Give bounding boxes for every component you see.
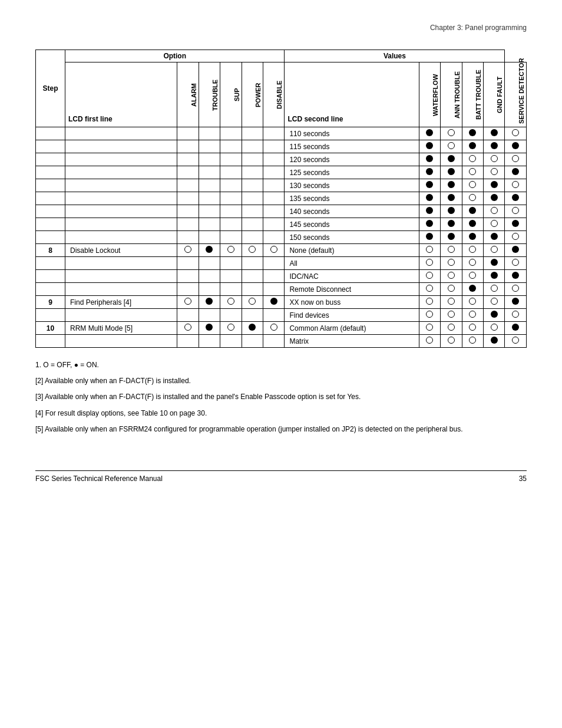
power-cell <box>242 179 263 192</box>
lcd-first-cell: RRM Multi Mode [5] <box>65 322 177 335</box>
disable-cell <box>263 257 284 270</box>
lcd-second-cell: Find devices <box>285 309 419 322</box>
sup-cell <box>220 166 242 179</box>
service-detector-cell <box>505 335 527 348</box>
circle-open <box>512 207 519 214</box>
step-cell <box>36 179 65 192</box>
table-row: 135 seconds <box>36 192 527 205</box>
circle-filled <box>448 207 455 214</box>
sup-cell <box>220 322 242 335</box>
circle-filled <box>426 233 433 240</box>
footnote: [3] Available only when an F-DACT(F) is … <box>35 391 527 403</box>
circle-filled <box>426 194 433 201</box>
ann-trouble-cell <box>441 257 462 270</box>
col-option-header: Option <box>65 50 285 62</box>
trouble-cell <box>199 283 220 296</box>
service-detector-cell <box>505 192 527 205</box>
lcd-first-cell <box>65 205 177 218</box>
circle-open <box>448 298 455 305</box>
batt-trouble-header: BATT TROUBLE <box>462 62 483 127</box>
disable-cell <box>263 231 284 244</box>
lcd-second-cell: 130 seconds <box>285 179 419 192</box>
power-cell <box>242 309 263 322</box>
table-row: Matrix <box>36 335 527 348</box>
sup-cell <box>220 127 242 140</box>
circle-filled <box>469 142 476 149</box>
service-detector-cell <box>505 153 527 166</box>
circle-filled <box>426 181 433 188</box>
service-detector-cell <box>505 257 527 270</box>
disable-cell <box>263 140 284 153</box>
trouble-cell <box>199 231 220 244</box>
circle-open <box>469 337 476 344</box>
lcd-second-cell: 135 seconds <box>285 192 419 205</box>
step-cell <box>36 127 65 140</box>
batt-trouble-cell <box>462 166 483 179</box>
power-cell <box>242 140 263 153</box>
circle-open <box>491 285 498 292</box>
table-row: 110 seconds <box>36 127 527 140</box>
circle-filled <box>206 324 213 331</box>
table-row: 120 seconds <box>36 153 527 166</box>
sup-cell <box>220 309 242 322</box>
gnd-fault-cell <box>483 218 504 231</box>
circle-filled <box>512 168 519 175</box>
power-header: POWER <box>242 62 263 127</box>
step-cell <box>36 192 65 205</box>
power-cell <box>242 153 263 166</box>
lcd-second-cell: IDC/NAC <box>285 270 419 283</box>
circle-filled <box>448 181 455 188</box>
table-row: 9Find Peripherals [4]XX now on buss <box>36 296 527 309</box>
circle-open <box>227 298 234 305</box>
circle-filled <box>448 194 455 201</box>
circle-filled <box>448 168 455 175</box>
lcd-second-cell: 140 seconds <box>285 205 419 218</box>
trouble-cell <box>199 140 220 153</box>
service-detector-cell <box>505 270 527 283</box>
circle-open <box>469 246 476 253</box>
footnote: 1. O = OFF, ● = ON. <box>35 360 527 371</box>
disable-cell <box>263 270 284 283</box>
circle-open <box>426 311 433 318</box>
circle-open <box>469 194 476 201</box>
circle-filled <box>512 142 519 149</box>
circle-open <box>512 259 519 266</box>
gnd-fault-cell <box>483 192 504 205</box>
circle-open <box>227 324 234 331</box>
ann-trouble-cell <box>441 205 462 218</box>
circle-filled <box>491 129 498 136</box>
ann-trouble-cell <box>441 244 462 257</box>
disable-cell <box>263 296 284 309</box>
circle-open <box>448 142 455 149</box>
trouble-cell <box>199 218 220 231</box>
table-row: 125 seconds <box>36 166 527 179</box>
sup-cell <box>220 296 242 309</box>
trouble-cell <box>199 309 220 322</box>
service-detector-cell <box>505 127 527 140</box>
lcd-first-cell <box>65 283 177 296</box>
circle-filled <box>426 220 433 227</box>
lcd-first-cell <box>65 192 177 205</box>
circle-open <box>249 246 256 253</box>
circle-open <box>426 285 433 292</box>
power-cell <box>242 231 263 244</box>
gnd-fault-cell <box>483 335 504 348</box>
trouble-cell <box>199 244 220 257</box>
waterflow-cell <box>419 309 440 322</box>
lcd-first-cell <box>65 140 177 153</box>
waterflow-cell <box>419 218 440 231</box>
service-detector-cell <box>505 322 527 335</box>
circle-filled <box>491 337 498 344</box>
lcd-first-cell <box>65 179 177 192</box>
circle-open <box>448 311 455 318</box>
circle-filled <box>270 298 277 305</box>
col-values-header: Values <box>285 50 505 62</box>
circle-open <box>448 285 455 292</box>
circle-open <box>448 272 455 279</box>
trouble-cell <box>199 257 220 270</box>
waterflow-cell <box>419 257 440 270</box>
service-detector-cell <box>505 296 527 309</box>
circle-open <box>469 168 476 175</box>
batt-trouble-cell <box>462 257 483 270</box>
disable-cell <box>263 166 284 179</box>
